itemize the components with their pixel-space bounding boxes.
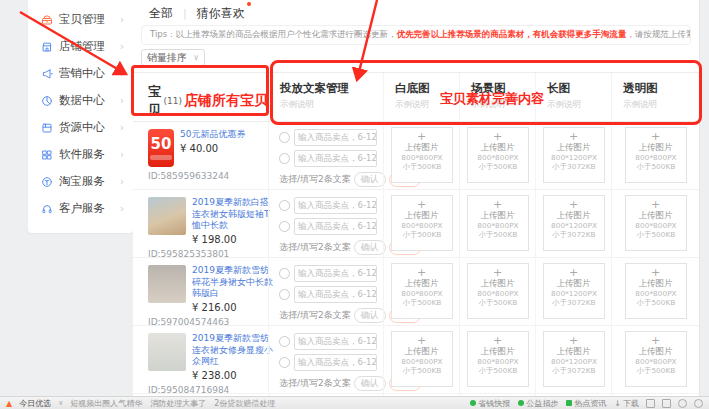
- sidebar-item-6[interactable]: 软件服务›: [28, 141, 133, 168]
- selling-point-input[interactable]: 输入商品卖点，6-12字: [294, 197, 377, 214]
- chevron-right-icon: ›: [120, 204, 124, 214]
- upload-image-button[interactable]: +上传图片800*1200PX小于3072KB: [543, 331, 605, 387]
- sidebar-item-4[interactable]: 数据中心›: [28, 87, 133, 114]
- selling-point-input[interactable]: 输入商品卖点，6-12字: [294, 354, 377, 371]
- upload-image-button[interactable]: +上传图片800*1200PX小于3072KB: [543, 195, 605, 251]
- download-icon: ↓: [614, 399, 621, 408]
- product-info: 50元新品优惠券¥ 40.00: [180, 129, 264, 167]
- status-item-下载[interactable]: ↓下载: [614, 398, 639, 409]
- upload-image-button[interactable]: +上传图片800*800PX小于500KB: [391, 331, 453, 387]
- chevron-right-icon: ›: [120, 42, 124, 52]
- selling-point-input[interactable]: 输入商品卖点，6-12字: [294, 218, 377, 235]
- sidebar-item-2[interactable]: 店铺管理›: [28, 33, 133, 60]
- megaphone-icon: [41, 68, 53, 80]
- sidebar-item-3[interactable]: 营销中心›: [28, 60, 133, 87]
- checkbox[interactable]: [279, 357, 290, 368]
- product-title-link[interactable]: 2019夏季新款雪纺连衣裙女修身显瘦小众网红: [192, 333, 276, 368]
- chevron-down-icon: ∨: [58, 399, 63, 407]
- ticker-item[interactable]: 短视频出圈人气精华: [70, 399, 142, 408]
- plus-icon: +: [468, 267, 528, 278]
- sidebar-item-5[interactable]: 货源中心›: [28, 114, 133, 141]
- help-icon[interactable]: [694, 399, 703, 408]
- upload-image-button[interactable]: +上传图片800*1200PX小于3072KB: [543, 263, 605, 319]
- status-item-公益捐步[interactable]: 公益捐步: [518, 398, 558, 409]
- sidebar-item-7[interactable]: 淘宝服务›: [28, 168, 133, 195]
- selling-point-input[interactable]: 输入商品卖点，6-12字: [294, 129, 377, 146]
- confirm-button[interactable]: 确认: [354, 376, 386, 391]
- sidebar-item-8[interactable]: 客户服务›: [28, 195, 133, 222]
- upload-image-button[interactable]: +上传图片800*800PX小于500KB: [625, 127, 687, 183]
- window-icon[interactable]: [662, 399, 671, 408]
- annotation-material-text: 宝贝素材完善内容: [440, 90, 544, 108]
- skin-icon[interactable]: [646, 399, 655, 408]
- settings-icon[interactable]: [678, 399, 687, 408]
- tab-guess-you-like[interactable]: 猜你喜欢: [197, 5, 245, 22]
- upload-image-button[interactable]: +上传图片800*800PX小于500KB: [391, 263, 453, 319]
- upload-cell-透明图: +上传图片800*800PX小于500KB: [611, 122, 699, 189]
- ticker-item[interactable]: 2份贷款赔偿处理: [214, 399, 275, 408]
- data-pie-icon: [41, 95, 53, 107]
- upload-limit-spec: 小于500KB: [394, 162, 449, 170]
- status-item-热点资讯[interactable]: 热点资讯: [566, 398, 606, 409]
- column-sub-link[interactable]: 示例说明: [623, 99, 699, 111]
- copy-cell: 输入商品卖点，6-12字输入商品卖点，6-12字选择/填写2条文案确认取消: [268, 258, 383, 327]
- upload-image-button[interactable]: +上传图片800*800PX小于500KB: [467, 263, 529, 319]
- plus-icon: +: [392, 335, 452, 346]
- column-sub-link[interactable]: 示例说明: [547, 99, 611, 111]
- sort-dropdown[interactable]: 销量排序 ∨: [141, 49, 205, 66]
- checkbox[interactable]: [279, 132, 290, 143]
- upload-image-button[interactable]: +上传图片800*800PX小于500KB: [467, 331, 529, 387]
- checkbox[interactable]: [279, 289, 290, 300]
- confirm-button[interactable]: 确认: [354, 172, 386, 187]
- product-price: ¥ 238.00: [192, 370, 276, 381]
- upload-image-button[interactable]: +上传图片800*800PX小于500KB: [391, 195, 453, 251]
- checkbox[interactable]: [279, 268, 290, 279]
- column-header-1: 投放文案管理示例说明: [268, 73, 383, 121]
- upload-label: 上传图片: [392, 278, 452, 289]
- product-title-link[interactable]: 2019夏季新款雪纺碎花半身裙女中长款韩版白: [192, 265, 276, 300]
- coupon-ribbon: [150, 155, 172, 160]
- checkbox[interactable]: [279, 153, 290, 164]
- upload-image-button[interactable]: +上传图片800*800PX小于500KB: [625, 195, 687, 251]
- copy-cell: 输入商品卖点，6-12字输入商品卖点，6-12字选择/填写2条文案确认取消: [268, 326, 383, 395]
- confirm-button[interactable]: 确认: [354, 308, 386, 323]
- selling-point-input[interactable]: 输入商品卖点，6-12字: [294, 265, 377, 282]
- selling-point-input[interactable]: 输入商品卖点，6-12字: [294, 150, 377, 167]
- plus-icon: +: [544, 199, 604, 210]
- sidebar-item-label: 店铺管理: [59, 39, 105, 54]
- plus-icon: +: [626, 335, 686, 346]
- checkbox[interactable]: [279, 200, 290, 211]
- selling-point-input[interactable]: 输入商品卖点，6-12字: [294, 333, 377, 350]
- column-sub-link[interactable]: 示例说明: [280, 99, 383, 111]
- confirm-button[interactable]: 确认: [354, 240, 386, 255]
- product-title-link[interactable]: 2019夏季新款白搭连衣裙女韩版短袖T恤中长款: [192, 197, 276, 232]
- upload-image-button[interactable]: +上传图片800*800PX小于500KB: [467, 195, 529, 251]
- bottom-bar-menu[interactable]: 今日优选: [19, 398, 51, 409]
- table-header: 宝贝 (11) 店铺所有宝贝 投放文案管理示例说明白底图示例说明场景图示例说明长…: [133, 72, 699, 122]
- upload-image-button[interactable]: +上传图片800*1200PX小于3072KB: [543, 127, 605, 183]
- upload-limit-spec: 小于500KB: [394, 366, 449, 374]
- tab-all[interactable]: 全部: [149, 5, 173, 22]
- upload-size-spec: 800*1200PX: [546, 289, 601, 297]
- selling-point-input[interactable]: 输入商品卖点，6-12字: [294, 286, 377, 303]
- upload-image-button[interactable]: +上传图片800*800PX小于500KB: [625, 263, 687, 319]
- upload-image-button[interactable]: +上传图片800*800PX小于500KB: [391, 127, 453, 183]
- flame-icon: ▲: [6, 399, 12, 408]
- upload-cell-长图: +上传图片800*1200PX小于3072KB: [535, 326, 611, 395]
- upload-size-spec: 800*800PX: [470, 357, 525, 365]
- upload-label: 上传图片: [468, 142, 528, 153]
- upload-image-button[interactable]: +上传图片800*800PX小于500KB: [467, 127, 529, 183]
- green-dot-icon: [518, 400, 524, 406]
- product-title-link[interactable]: 50元新品优惠券: [180, 129, 264, 141]
- upload-label: 上传图片: [544, 142, 604, 153]
- coupon-value: 50: [151, 137, 172, 152]
- plus-icon: +: [626, 131, 686, 142]
- upload-image-button[interactable]: +上传图片800*800PX小于500KB: [625, 331, 687, 387]
- news-ticker: 短视频出圈人气精华消防处理大事了2份贷款赔偿处理: [70, 398, 283, 409]
- ticker-item[interactable]: 消防处理大事了: [150, 399, 206, 408]
- status-item-省钱快报[interactable]: 省钱快报: [470, 398, 510, 409]
- checkbox[interactable]: [279, 221, 290, 232]
- chevron-right-icon: ›: [120, 150, 124, 160]
- checkbox[interactable]: [279, 336, 290, 347]
- sidebar-item-1[interactable]: 宝贝管理›: [28, 6, 133, 33]
